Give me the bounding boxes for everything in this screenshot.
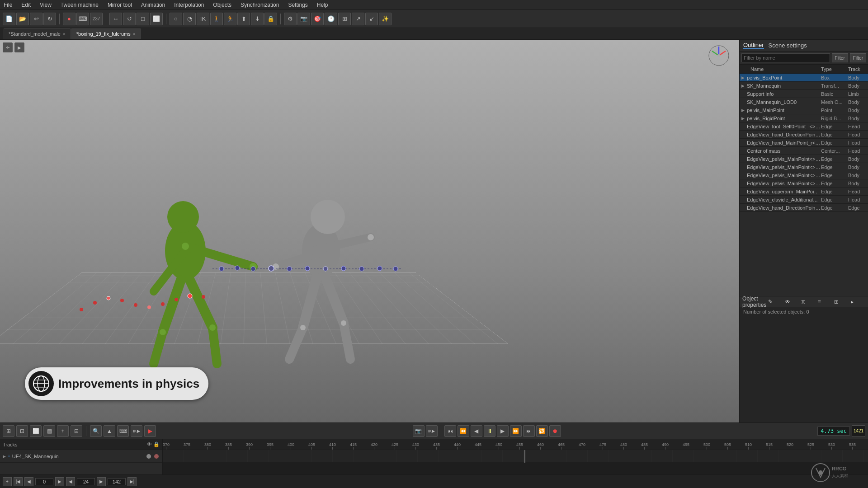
tool-export[interactable]: ↗ (352, 13, 364, 25)
tab-boxing[interactable]: *boxing_19_fix_fulcrums × (71, 28, 141, 39)
tool-record[interactable]: ● (63, 13, 75, 25)
tool-arc[interactable]: ◔ (183, 13, 196, 25)
outliner-row[interactable]: EdgeView_hand_DirectionPoint_r<>hand_Add… (740, 131, 868, 139)
outliner-row[interactable]: EdgeView_pelvis_MainPoint<>thigh_MainPoi… (740, 179, 868, 188)
outliner-row[interactable]: EdgeView_hand_MainPoint_r<>foot_Self0Poi… (740, 139, 868, 147)
tl-ik[interactable]: IK▶ (131, 425, 142, 437)
outliner-row[interactable]: EdgeView_hand_DirectionPoint_l<>hand_Add… (740, 204, 868, 212)
outliner-row[interactable]: EdgeView_pelvis_MainPoint<>pelvis_Additi… (740, 163, 868, 171)
tool-run[interactable]: 🏃 (224, 13, 236, 25)
playhead[interactable] (524, 450, 525, 463)
menu-objects[interactable]: Objects (211, 2, 233, 8)
transport-prev[interactable]: ⏪ (458, 425, 469, 437)
tl-tool-3[interactable]: ⬜ (30, 425, 42, 437)
tl-tool-cam[interactable]: 📷 (413, 425, 425, 437)
tl-play-red[interactable]: ▶ (144, 425, 156, 437)
menu-mirror[interactable]: Mirror tool (106, 2, 134, 8)
transport-record[interactable]: ⏺ (549, 425, 561, 437)
tl-ik-key[interactable]: IK▶ (426, 425, 438, 437)
prop-icon-list[interactable]: ≡ (818, 299, 832, 305)
tool-rotate[interactable]: ↺ (123, 13, 136, 25)
outliner-row[interactable]: EdgeView_upperarm_MainPoint<>clavicle_A.… (740, 188, 868, 196)
track-ctrl-dot1[interactable] (146, 453, 152, 460)
menu-sync[interactable]: Synchronization (239, 2, 281, 8)
transport-to-start[interactable]: ⏮ (444, 425, 456, 437)
transport-step-fwd[interactable]: ▶ (497, 425, 509, 437)
transport-next[interactable]: ⏩ (510, 425, 522, 437)
menu-edit[interactable]: Edit (19, 2, 33, 8)
tl-tool-6[interactable]: ⊟ (71, 425, 82, 437)
menu-tween[interactable]: Tween machine (59, 2, 100, 8)
bc-frame-start[interactable]: |◀ (14, 477, 23, 486)
keyframe-area[interactable] (163, 450, 868, 463)
tool-magic[interactable]: ✨ (379, 13, 392, 25)
outliner-row[interactable]: EdgeView_clavicle_AdditionalPoint_l<>upp… (740, 196, 868, 204)
tool-clock[interactable]: 🕐 (325, 13, 337, 25)
tool-frame[interactable]: ⬜ (150, 13, 163, 25)
menu-animation[interactable]: Animation (139, 2, 167, 8)
menu-settings[interactable]: Settings (286, 2, 309, 8)
transport-step-back[interactable]: ◀ (471, 425, 482, 437)
transport-to-end[interactable]: ⏭ (523, 425, 535, 437)
frame-current-input[interactable]: 24 (77, 478, 95, 485)
tab-standard[interactable]: *Standard_model_male × (4, 28, 71, 39)
tool-target[interactable]: 🎯 (311, 13, 324, 25)
vp-transform-btn[interactable]: ✛ (3, 42, 13, 52)
track-header-icon2[interactable]: 🔒 (153, 441, 160, 447)
tool-key[interactable]: ⌨ (76, 13, 89, 25)
tl-tool-2[interactable]: ⊡ (16, 425, 28, 437)
bc-frame-next2[interactable]: ▶ (97, 477, 106, 486)
outliner-row[interactable]: EdgeView_pelvis_MainPoint<>thigh_MainPoi… (740, 171, 868, 179)
outliner-row[interactable]: SK_Mannequin_LOD0 Mesh O... Body (740, 98, 868, 106)
tool-redo[interactable]: ↻ (43, 13, 56, 25)
track-ctrl-dot2[interactable] (153, 453, 160, 460)
prop-icon-pi[interactable]: π (801, 299, 816, 305)
frame-end-input[interactable]: 142 (108, 478, 126, 485)
track-row-mannequin[interactable]: ▶ + UE4_SK_Mannequin (0, 450, 162, 463)
bc-frame-prev[interactable]: ◀ (24, 477, 33, 486)
outliner-row[interactable]: EdgeView_pelvis_MainPoint<>spine_01_Main… (740, 155, 868, 163)
tool-lock[interactable]: 🔒 (264, 13, 277, 25)
outliner-row[interactable]: ▶ SK_Mannequin Transf... Body (740, 82, 868, 90)
tool-import[interactable]: ↙ (365, 13, 378, 25)
filter-input[interactable] (741, 53, 830, 62)
menu-view[interactable]: View (38, 2, 53, 8)
outliner-row[interactable]: ▶ pelvis_BoxPoint Box Body (740, 74, 868, 82)
tool-walk[interactable]: 🚶 (210, 13, 223, 25)
bc-frame-end[interactable]: ▶| (127, 477, 137, 486)
menu-interp[interactable]: Interpolation (172, 2, 206, 8)
tool-camera[interactable]: 📷 (297, 13, 310, 25)
bc-add[interactable]: + (3, 477, 12, 486)
tool-ik[interactable]: IK (197, 13, 209, 25)
bc-frame-prev2[interactable]: ◀ (66, 477, 75, 486)
tl-key2[interactable]: ⌨ (117, 425, 129, 437)
panel-scene-tab[interactable]: Scene settings (769, 42, 807, 49)
tool-crouch[interactable]: ⬇ (251, 13, 264, 25)
prop-icon-eye[interactable]: 👁 (785, 299, 799, 305)
menu-file[interactable]: File (2, 2, 14, 8)
transport-loop[interactable]: 🔁 (536, 425, 548, 437)
tool-arrow[interactable]: ↩ (30, 13, 42, 25)
frame-start-input[interactable]: 0 (35, 478, 53, 485)
track-header-icon1[interactable]: 👁 (147, 441, 152, 447)
outliner-row[interactable]: ▶ pelvis_MainPoint Point Body (740, 106, 868, 114)
viewport[interactable]: ✛ ▶ (0, 40, 739, 422)
tool-jump[interactable]: ⬆ (237, 13, 250, 25)
tl-tool-grid[interactable]: ⊞ (3, 425, 14, 437)
prop-icon-grid[interactable]: ⊞ (834, 299, 849, 305)
tool-move[interactable]: ↔ (109, 13, 122, 25)
tool-circle[interactable]: ○ (170, 13, 182, 25)
tl-search[interactable]: 🔍 (90, 425, 102, 437)
vp-arrow-btn[interactable]: ▶ (14, 42, 24, 52)
tl-arrow-up[interactable]: ▲ (104, 425, 115, 437)
panel-outliner-tab[interactable]: Outliner (743, 42, 764, 49)
tab-close-0[interactable]: × (63, 32, 66, 37)
outliner-row[interactable]: ▶ pelvis_RigidPoint Rigid B... Body (740, 114, 868, 122)
bc-frame-next[interactable]: ▶ (55, 477, 64, 486)
tl-tool-5[interactable]: + (57, 425, 69, 437)
filter-btn[interactable]: Filter (832, 53, 848, 62)
menu-help[interactable]: Help (315, 2, 330, 8)
tool-grid[interactable]: ⊞ (338, 13, 351, 25)
tool-new[interactable]: 📄 (3, 13, 15, 25)
tl-tool-4[interactable]: ▤ (43, 425, 55, 437)
